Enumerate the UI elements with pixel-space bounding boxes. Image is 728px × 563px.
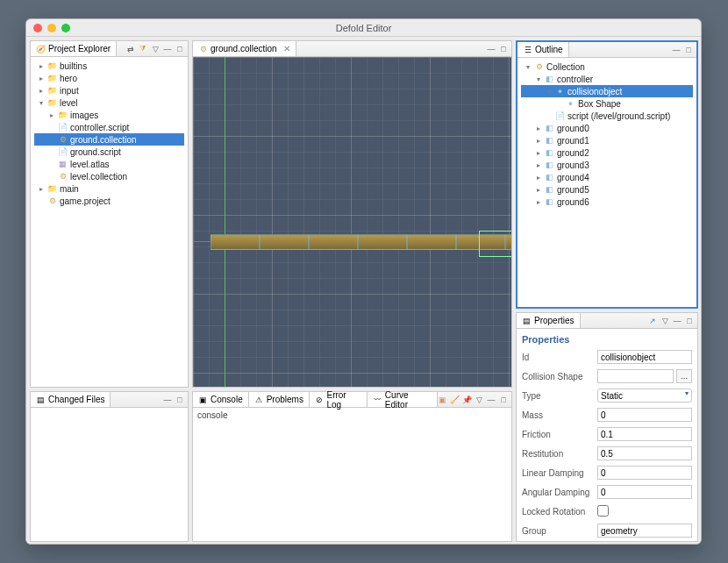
disclosure-arrow-icon[interactable]: ▸ — [534, 137, 542, 145]
maximize-icon[interactable]: □ — [685, 317, 694, 325]
console-tab-error-log[interactable]: ⊘Error Log — [310, 392, 368, 407]
disclosure-arrow-icon[interactable]: ▸ — [534, 161, 542, 169]
prop-friction-label: Friction — [522, 430, 597, 439]
clear-console-icon[interactable]: 🧹 — [450, 396, 459, 404]
fold-icon: 📁 — [47, 86, 57, 96]
tree-item[interactable]: ▸◧ground4 — [521, 171, 693, 183]
cube-icon: ◧ — [545, 197, 554, 207]
tree-item[interactable]: 📄controller.script — [34, 121, 184, 133]
disclosure-arrow-icon[interactable]: ▾ — [545, 88, 553, 96]
minimize-icon[interactable]: — — [673, 317, 682, 325]
maximize-icon[interactable]: □ — [684, 46, 693, 54]
ground-tile[interactable] — [211, 234, 260, 250]
tree-item[interactable]: ▸◧ground0 — [521, 122, 693, 134]
console-tab-curve-editor[interactable]: 〰Curve Editor — [368, 392, 438, 407]
tree-item[interactable]: ▸◧ground6 — [521, 196, 693, 208]
y-axis — [225, 57, 225, 387]
prop-collisionshape-input[interactable] — [597, 369, 674, 383]
console-tab-problems[interactable]: ⚠Problems — [249, 392, 310, 407]
disclosure-arrow-icon[interactable]: ▸ — [37, 62, 45, 70]
tree-item[interactable]: 📄ground.script — [34, 146, 184, 158]
tree-item[interactable]: 📄script (/level/ground.script) — [521, 110, 693, 122]
disclosure-arrow-icon[interactable]: ▸ — [534, 125, 542, 132]
disclosure-arrow-icon[interactable]: ▸ — [37, 87, 45, 95]
tree-item-label: input — [60, 86, 79, 96]
outline-tab[interactable]: ☰ Outline — [517, 42, 569, 57]
prop-angulardamping-input[interactable] — [597, 485, 692, 499]
prop-id-input[interactable] — [597, 350, 692, 364]
tree-item[interactable]: ▾📁level — [34, 96, 184, 109]
minimize-icon[interactable]: — — [487, 396, 496, 404]
disclosure-arrow-icon[interactable]: ▸ — [37, 185, 45, 193]
disclosure-arrow-icon[interactable]: ▾ — [524, 63, 532, 71]
ground-tile[interactable] — [260, 234, 309, 250]
prop-restitution-input[interactable] — [597, 446, 692, 460]
minimize-icon[interactable]: — — [487, 45, 496, 53]
prop-lockedrotation-checkbox[interactable] — [597, 505, 609, 517]
editor-tab[interactable]: ⚙ ground.collection ✕ — [193, 41, 296, 56]
maximize-icon[interactable]: □ — [175, 45, 184, 53]
prop-mass-input[interactable] — [597, 408, 692, 422]
maximize-icon[interactable]: □ — [499, 396, 508, 404]
disclosure-arrow-icon[interactable]: ▾ — [37, 99, 45, 107]
prop-group-input[interactable] — [597, 524, 692, 538]
scene-viewport[interactable] — [193, 57, 511, 387]
tree-item[interactable]: ⚙game.project — [34, 195, 184, 207]
tree-item[interactable]: ⚙ground.collection — [34, 133, 184, 146]
ground-tile[interactable] — [358, 234, 407, 250]
window-title: Defold Editor — [26, 23, 701, 33]
view-menu-icon[interactable]: ▽ — [151, 45, 160, 53]
project-explorer-tree[interactable]: ▸📁builtins▸📁hero▸📁input▾📁level▸📁images📄c… — [31, 57, 188, 210]
prop-id-label: Id — [522, 353, 597, 362]
tree-item[interactable]: ▸📁builtins — [34, 60, 184, 72]
disclosure-arrow-icon[interactable]: ▸ — [534, 198, 542, 206]
disclosure-arrow-icon[interactable]: ▸ — [534, 149, 542, 157]
changed-files-tab[interactable]: ▤ Changed Files — [31, 392, 111, 407]
tree-item[interactable]: ▾●collisionobject — [521, 85, 693, 97]
selection-box[interactable] — [479, 231, 511, 257]
minimize-icon[interactable]: — — [672, 46, 681, 54]
close-tab-icon[interactable]: ✕ — [283, 44, 290, 53]
filter-icon[interactable]: ⧩ — [139, 45, 147, 53]
browse-collisionshape-button[interactable]: … — [676, 369, 692, 383]
ground-tile[interactable] — [309, 234, 358, 250]
prop-lineardamping-input[interactable] — [597, 466, 692, 480]
maximize-icon[interactable]: □ — [499, 45, 508, 53]
tree-item[interactable]: ▸◧ground5 — [521, 183, 693, 196]
tree-item[interactable]: ▸📁images — [34, 109, 184, 121]
disclosure-arrow-icon[interactable]: ▸ — [534, 186, 542, 194]
tab-icon: 〰 — [373, 395, 382, 404]
tree-item[interactable]: ▸📁main — [34, 182, 184, 195]
view-menu-icon[interactable]: ▽ — [660, 317, 669, 325]
disclosure-arrow-icon[interactable]: ▸ — [47, 111, 55, 119]
tree-item[interactable]: ▾◧controller — [521, 73, 693, 85]
tree-item[interactable]: ⚙level.collection — [34, 170, 184, 182]
prop-friction-input[interactable] — [597, 427, 692, 441]
console-tab-console[interactable]: ▣Console — [193, 392, 249, 407]
toolbar-icon[interactable]: ▣ — [438, 396, 446, 404]
disclosure-arrow-icon[interactable]: ▾ — [534, 75, 542, 83]
ground-tiles[interactable] — [211, 234, 511, 250]
view-menu-icon[interactable]: ▽ — [475, 396, 483, 404]
tree-item[interactable]: ▸◧ground2 — [521, 146, 693, 159]
link-with-editor-icon[interactable]: ⇄ — [126, 45, 135, 53]
tree-item[interactable]: ▾⚙Collection — [521, 61, 693, 73]
prop-type-select[interactable]: Static — [597, 388, 692, 403]
pin-console-icon[interactable]: 📌 — [462, 396, 471, 404]
minimize-icon[interactable]: — — [163, 45, 172, 53]
ground-tile[interactable] — [407, 234, 456, 250]
tree-item[interactable]: ▸◧ground1 — [521, 134, 693, 146]
tree-item[interactable]: ●Box Shape — [521, 97, 693, 110]
maximize-icon[interactable]: □ — [175, 396, 184, 404]
properties-tab[interactable]: ▤ Properties — [517, 313, 581, 328]
disclosure-arrow-icon[interactable]: ▸ — [37, 75, 45, 82]
disclosure-arrow-icon[interactable]: ▸ — [534, 174, 542, 182]
tree-item[interactable]: ▸📁input — [34, 84, 184, 96]
minimize-icon[interactable]: — — [163, 396, 172, 404]
open-external-icon[interactable]: ↗ — [648, 317, 657, 325]
tree-item[interactable]: ▦level.atlas — [34, 158, 184, 170]
tree-item[interactable]: ▸◧ground3 — [521, 159, 693, 171]
tree-item[interactable]: ▸📁hero — [34, 72, 184, 84]
project-explorer-tab[interactable]: 🧭 Project Explorer — [31, 41, 117, 56]
outline-tree[interactable]: ▾⚙Collection▾◧controller▾●collisionobjec… — [517, 58, 696, 210]
